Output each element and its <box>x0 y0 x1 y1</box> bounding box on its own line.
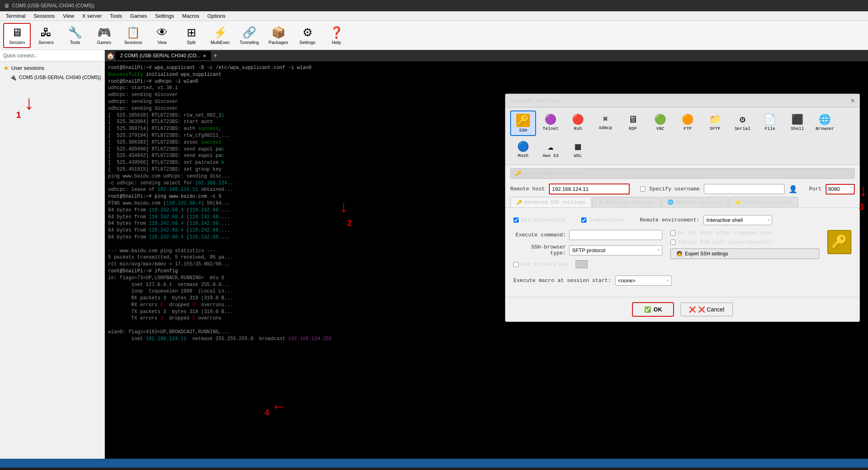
proto-awss3[interactable]: ☁ Aws S3 <box>538 138 563 161</box>
exec-cmd-input[interactable] <box>569 230 662 240</box>
menu-sessions[interactable]: Sessions <box>29 12 59 20</box>
macro-select-wrapper[interactable]: <none> <box>615 276 672 286</box>
port-down-icon[interactable]: ▼ <box>850 189 852 193</box>
compression-label[interactable]: Compression <box>581 217 624 223</box>
proto-xdmcp[interactable]: ✖ Xdmcp <box>593 111 618 136</box>
do-not-exit-label[interactable]: Do not exit after command ends <box>670 230 819 236</box>
remote-env-select[interactable]: Interactive shell <box>703 215 772 225</box>
toolbar-tools[interactable]: 🔧 Tools <box>61 23 89 48</box>
help-icon: ❓ <box>330 26 344 39</box>
toolbar-tunneling[interactable]: 🔗 Tunneling <box>236 23 263 48</box>
ssh-section-icon: 🔑 <box>515 170 521 177</box>
x11-checkbox[interactable] <box>513 217 519 223</box>
toolbar-view[interactable]: 👁 View <box>148 23 176 48</box>
ssh-browser-select[interactable]: SFTP protocol <box>569 245 662 255</box>
x11-label[interactable]: X11-Forwarding <box>513 217 565 223</box>
cancel-button[interactable]: ❌ ❌ Cancel <box>680 303 732 316</box>
toolbar-sessions[interactable]: 📋 Sessions <box>119 23 147 48</box>
proto-browser[interactable]: 🌐 Browser <box>812 111 838 136</box>
expert-ssh-button[interactable]: 🧑 Expert SSH settings <box>670 249 819 259</box>
sftp-icon: 📁 <box>709 114 721 125</box>
modal-title: Session settings <box>510 98 561 104</box>
tab-com5[interactable]: 2 COM5 (USB-SERIAL CH340 (CO... ✕ <box>115 51 211 60</box>
do-not-exit-checkbox[interactable] <box>670 230 676 236</box>
toolbar-servers[interactable]: 🖧 Servers <box>32 23 60 48</box>
remote-host-label: Remote host <box>510 186 545 192</box>
key-icon-box[interactable]: 🔑 <box>827 230 851 254</box>
compression-checkbox[interactable] <box>581 217 586 223</box>
proto-wsl-label: WSL <box>574 153 582 158</box>
remote-host-input[interactable] <box>549 184 630 194</box>
network-icon: 🌐 <box>668 199 674 205</box>
packages-label: Packages <box>269 40 288 45</box>
vnc-icon: 🟢 <box>654 114 666 125</box>
specify-username-checkbox[interactable] <box>640 186 645 192</box>
username-input[interactable] <box>704 184 785 194</box>
packages-icon: 📦 <box>271 26 286 39</box>
toolbar-settings[interactable]: ⚙ Settings <box>294 23 321 48</box>
tab-bookmark-settings[interactable]: ⭐ Bookmark settings <box>729 197 798 207</box>
modal-close-icon[interactable]: ✕ <box>851 96 855 104</box>
menu-terminal[interactable]: Terminal <box>2 12 29 20</box>
proto-wsl[interactable]: ▦ WSL <box>565 138 591 161</box>
tools-label: Tools <box>70 40 80 45</box>
remote-env-select-wrapper[interactable]: Interactive shell <box>703 215 772 225</box>
browser-icon: 🌐 <box>819 114 831 125</box>
wsl-icon: ▦ <box>575 141 581 152</box>
proto-telnet[interactable]: 🟣 Telnet <box>538 111 563 136</box>
toolbar-session[interactable]: 🖥 Session <box>3 23 31 48</box>
protocol-icons: 🔑 SSH 🟣 Telnet 🔴 Rsh ✖ <box>505 107 860 165</box>
ssh-browser-row: SSH-browser type: SFTP protocol <box>513 244 662 256</box>
port-up-icon[interactable]: ▲ <box>850 186 852 189</box>
sidebar-user-sessions[interactable]: ★ User sessions <box>0 63 104 73</box>
tab-bar: 🏠 2 COM5 (USB-SERIAL CH340 (CO... ✕ + <box>105 50 868 61</box>
menu-macros[interactable]: Macros <box>178 12 203 20</box>
proto-ssh[interactable]: 🔑 SSH <box>510 111 536 136</box>
terminal-area[interactable]: root@SnailPi:~# wpa_supplicant -B -c /et… <box>105 61 868 459</box>
tab-network-settings[interactable]: 🌐 Network settings <box>661 197 728 207</box>
toolbar-packages[interactable]: 📦 Packages <box>265 23 292 48</box>
macro-select[interactable]: <none> <box>615 276 672 286</box>
tab-terminal-settings[interactable]: 🖥 Terminal settings <box>592 197 660 207</box>
toolbar-games[interactable]: 🎮 Games <box>90 23 118 48</box>
private-key-checkbox[interactable] <box>513 262 519 267</box>
proto-sftp[interactable]: 📁 SFTP <box>702 111 728 136</box>
menu-options[interactable]: Options <box>203 12 230 20</box>
ssh-browser-select-wrapper[interactable]: SFTP protocol <box>569 245 662 255</box>
proto-ftp[interactable]: 🟠 FTP <box>675 111 701 136</box>
tab-home-icon[interactable]: 🏠 <box>106 52 115 60</box>
file-icon: 📄 <box>764 114 776 125</box>
proto-serial[interactable]: ⚙ Serial <box>730 111 755 136</box>
proto-rdp[interactable]: 🖥 RDP <box>620 111 646 136</box>
toolbar-split[interactable]: ⊞ Split <box>177 23 205 48</box>
ok-button[interactable]: ✅ OK <box>632 302 674 317</box>
menu-tools[interactable]: Tools <box>106 12 126 20</box>
toolbar-help[interactable]: ❓ Help <box>323 23 350 48</box>
quick-connect[interactable]: Quick connect... <box>0 50 104 61</box>
follow-ssh-checkbox[interactable] <box>670 240 676 245</box>
follow-ssh-label[interactable]: Follow SSH path (experimental) <box>670 239 819 245</box>
execute-section: Execute command: SSH-browser type: SFTP … <box>513 230 851 272</box>
proto-rsh[interactable]: 🔴 Rsh <box>565 111 591 136</box>
tools-icon: 🔧 <box>68 26 82 39</box>
port-spinner[interactable]: ▲ ▼ <box>850 186 852 193</box>
x11-text: X11-Forwarding <box>521 217 565 223</box>
menu-xserver[interactable]: X server <box>78 12 106 20</box>
tab-close-icon[interactable]: ✕ <box>203 54 206 58</box>
tab-add-icon[interactable]: + <box>213 52 217 59</box>
menu-settings[interactable]: Settings <box>151 12 178 20</box>
session-icon: 🖥 <box>11 26 23 39</box>
private-key-label[interactable]: Use private key <box>513 261 568 267</box>
tab-advanced-ssh[interactable]: 🔑 Advanced SSH settings <box>510 197 591 207</box>
proto-shell[interactable]: ⬛ Shell <box>785 111 810 136</box>
menu-games[interactable]: Games <box>126 12 151 20</box>
proto-vnc[interactable]: 🟢 VNC <box>647 111 673 136</box>
proto-mosh[interactable]: 🔵 Mosh <box>510 138 536 161</box>
menu-view[interactable]: View <box>59 12 78 20</box>
port-input[interactable] <box>828 186 850 192</box>
proto-file[interactable]: 📄 File <box>757 111 783 136</box>
toolbar-multiexec[interactable]: ⚡ MultiExec <box>207 23 234 48</box>
title-bar: 🖥 COM5 (USB-SERIAL CH340 (COM5)) <box>0 0 868 11</box>
compression-text: Compression <box>589 217 624 223</box>
sidebar-item-com5[interactable]: 🔌 COM5 (USB-SERIAL CH340 (COM5)) <box>0 73 104 82</box>
